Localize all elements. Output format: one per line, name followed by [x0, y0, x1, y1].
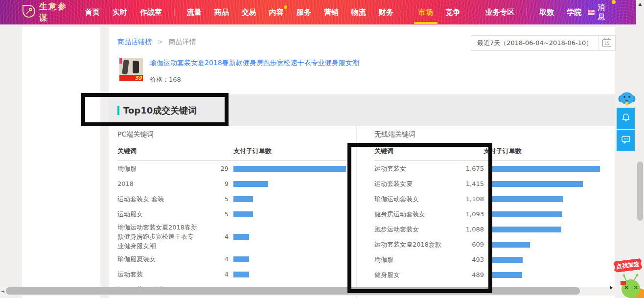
table-row: 运动套装4: [117, 267, 346, 282]
app-logo[interactable]: 生意参谋: [23, 1, 71, 23]
table-row: 瑜伽运动套装女夏2018春新款健身房跑步宽松速干衣专业健身服女潮4: [117, 222, 346, 252]
nav-item-财务[interactable]: 财务: [379, 8, 393, 17]
notification-dot: [612, 0, 616, 4]
wireless-col-keyword: 关键词: [374, 147, 393, 155]
product-summary: 59 瑜伽运动套装女夏2018春新款健身房跑步宽松速干衣专业健身服女潮 价格：1…: [119, 58, 359, 84]
nav-group-market: 市场竞争: [412, 8, 467, 17]
table-row: 瑜伽运动套装女1,108: [374, 191, 600, 206]
orders-value: 1,108: [458, 195, 488, 203]
table-row: 跑步运动套装女1,088: [374, 222, 600, 237]
feedback-chat-button[interactable]: [617, 130, 635, 151]
orders-bar: [490, 272, 522, 278]
nav-item-服务[interactable]: 服务: [297, 8, 311, 17]
table-row: 瑜伽服夏装女4: [117, 252, 346, 267]
green-mascot-icon: [618, 273, 644, 298]
orders-bar: [233, 211, 253, 217]
speed-up-bubble[interactable]: 点我加速: [613, 258, 643, 273]
nav-item-流量[interactable]: 流量: [187, 8, 202, 17]
keyword-label: 运动套装: [117, 270, 201, 279]
nav-divider: [174, 8, 175, 16]
nav-item-首页[interactable]: 首页: [85, 8, 100, 17]
breadcrumb-link-ranking[interactable]: 商品店铺榜: [117, 38, 152, 46]
scroll-up-arrow[interactable]: ▲: [636, 1, 644, 6]
pc-col-orders: 支付子订单数: [233, 147, 272, 156]
nav-group-zone: 业务专区: [479, 8, 521, 17]
messages-label: 消息: [598, 3, 611, 22]
product-price: 价格：168: [150, 75, 359, 84]
notification-bell-button[interactable]: [617, 108, 635, 129]
orders-value: 4: [201, 233, 232, 240]
calendar-icon: 15: [602, 39, 611, 47]
nav-item-作战室[interactable]: 作战室: [140, 8, 162, 17]
nav-group-modules: 流量商品交易内容服务营销物流财务: [181, 8, 400, 17]
nav-item-商品[interactable]: 商品: [214, 8, 229, 17]
table-row: 健身房运动套装女1,093: [374, 206, 600, 222]
orders-bar: [233, 272, 249, 277]
floating-toolbar: [617, 91, 636, 151]
orders-value: 29: [201, 165, 232, 172]
orders-value: 9: [201, 180, 232, 187]
nav-item-内容[interactable]: 内容: [269, 8, 284, 17]
keyword-label: 瑜伽服: [374, 255, 458, 264]
orders-bar: [490, 242, 530, 248]
keyword-label: 健身服女: [374, 270, 458, 279]
nav-item-交易[interactable]: 交易: [242, 8, 256, 17]
nav-item-市场[interactable]: 市场: [418, 8, 433, 17]
breadcrumb: 商品店铺榜 > 商品详情: [117, 38, 196, 46]
collapse-arrow-icon[interactable]: [610, 286, 613, 290]
vertical-scroll-thumb[interactable]: [637, 161, 643, 221]
orders-bar: [490, 227, 561, 232]
app-title: 生意参谋: [39, 1, 71, 23]
breadcrumb-current: 商品详情: [169, 38, 196, 46]
table-row: 瑜伽服493: [374, 252, 600, 267]
keyword-label: 运动套装女: [374, 164, 458, 173]
orders-value: 5: [201, 195, 232, 203]
product-title-link[interactable]: 瑜伽运动套装女夏2018春新款健身房跑步宽松速干衣专业健身服女潮: [150, 59, 359, 68]
date-range-picker[interactable]: 最近7天（2018-06-04~2018-06-10） 15: [471, 35, 616, 51]
date-range-label: 最近7天（2018-06-04~2018-06-10）: [471, 36, 598, 50]
section-accent-bar: [117, 106, 119, 115]
nav-divider: [473, 8, 473, 16]
nav-item-实时[interactable]: 实时: [113, 8, 127, 17]
table-row: 20189: [117, 176, 346, 191]
orders-value: 1,093: [458, 210, 488, 218]
keyword-label: 跑步运动套装女: [374, 225, 458, 234]
elephant-mascot-icon: [618, 91, 636, 108]
pc-col-keyword: 关键词: [117, 147, 137, 155]
horizontal-scrollbar[interactable]: ◄: [0, 287, 636, 296]
panel-divider: [356, 126, 357, 298]
keyword-label: 瑜伽服: [117, 164, 201, 173]
nav-item-业务专区[interactable]: 业务专区: [485, 8, 514, 17]
keyword-label: 运动套装女夏: [374, 179, 458, 188]
keyword-label: 健身房运动套装女: [374, 209, 458, 219]
pc-panel-title: PC端关键词: [117, 130, 346, 140]
table-row: 运动套装女1,675: [374, 161, 600, 176]
orders-bar: [233, 256, 249, 262]
calendar-button[interactable]: 15: [598, 36, 615, 50]
orders-bar: [233, 234, 249, 240]
wireless-panel-title: 无线端关键词: [374, 130, 600, 140]
nav-item-物流[interactable]: 物流: [351, 8, 366, 17]
nav-item-竞争[interactable]: 竞争: [446, 8, 460, 17]
nav-item-学院[interactable]: 学院: [567, 8, 581, 17]
envelope-icon: [588, 10, 595, 15]
horizontal-scroll-thumb[interactable]: [6, 287, 580, 295]
nav-item-messages[interactable]: 消息: [588, 3, 611, 22]
section-header: Top10成交关键词: [109, 94, 615, 126]
nav-item-取数[interactable]: 取数: [539, 8, 554, 17]
orders-bar: [490, 181, 583, 187]
nav-item-营销[interactable]: 营销: [324, 8, 339, 17]
top-navbar: 生意参谋 首页实时作战室 流量商品交易内容服务营销物流财务 市场竞争 业务专区 …: [0, 0, 636, 24]
pc-keyword-table: 瑜伽服2920189运动套装女 套装5运动服女5瑜伽运动套装女夏2018春新款健…: [117, 161, 346, 297]
section-title: Top10成交关键词: [123, 105, 197, 116]
wireless-keywords-panel: 无线端关键词 关键词 支付子订单数 运动套装女1,675运动套装女夏1,415瑜…: [374, 130, 600, 298]
table-row: 运动套装女夏2018新款609: [374, 237, 600, 252]
table-row: 瑜伽服29: [117, 161, 346, 176]
keyword-label: 瑜伽运动套装女夏2018春新款健身房跑步宽松速干衣专业健身服女潮: [117, 223, 201, 251]
product-thumbnail[interactable]: 59: [119, 58, 143, 81]
keyword-label: 2018: [117, 179, 201, 188]
vertical-scrollbar[interactable]: ▲: [636, 0, 644, 298]
nav-divider: [406, 8, 406, 16]
scroll-left-arrow[interactable]: ◄: [1, 289, 4, 294]
orders-value: 489: [458, 271, 488, 278]
